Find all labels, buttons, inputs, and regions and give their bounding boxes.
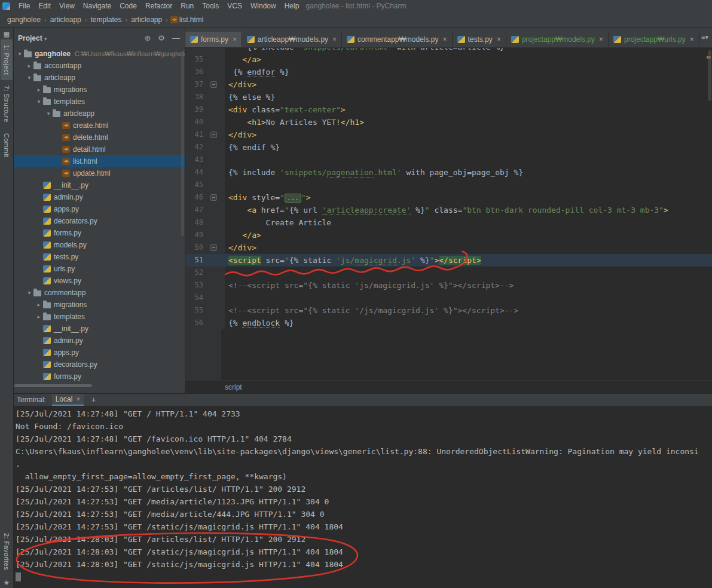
hide-panel-icon[interactable]: —	[172, 33, 180, 42]
editor-tab-articleapp-models-py[interactable]: articleapp₩models.py×	[242, 32, 342, 47]
code-line-48[interactable]: 48 Create Article	[185, 216, 712, 229]
breadcrumb-item-articleapp[interactable]: articleapp	[130, 16, 163, 24]
tree-item-commentapp[interactable]: ▾commentapp	[13, 287, 185, 299]
code-line-50[interactable]: 50−</div>	[185, 241, 712, 254]
settings-icon[interactable]: ⚙	[158, 33, 165, 42]
code-line-52[interactable]: 52	[185, 267, 712, 279]
code-line-43[interactable]: 43	[185, 154, 712, 166]
code-line-34[interactable]: {% include 'snippets/card.html' with art…	[185, 48, 712, 53]
tree-item-admin-py[interactable]: admin.py	[13, 335, 185, 347]
editor-tab-forms-py[interactable]: forms.py×	[185, 32, 242, 47]
code-line-38[interactable]: 38{% else %}	[185, 91, 712, 103]
menu-run[interactable]: Run	[176, 0, 198, 12]
tree-item-accountapp[interactable]: ▸accountapp	[13, 60, 185, 72]
project-view-selector[interactable]: Project ▾	[18, 34, 47, 42]
tree-item-migrations[interactable]: ▸migrations	[13, 299, 185, 311]
tree-item-templates[interactable]: ▸templates	[13, 311, 185, 323]
menu-vcs[interactable]: VCS	[223, 0, 246, 12]
tree-item-create-html[interactable]: create.html	[13, 120, 185, 131]
code-line-42[interactable]: 42{% endif %}	[185, 141, 712, 154]
tree-item-delete-html[interactable]: delete.html	[13, 131, 185, 143]
tree-item-gangholee[interactable]: ▾gangholeeC:₩Users₩fkaus₩inflearn₩gangho…	[13, 48, 185, 60]
menu-file[interactable]: File	[14, 0, 34, 12]
breadcrumb-script-tag[interactable]: script	[225, 383, 242, 391]
breadcrumb-item-articleapp[interactable]: articleapp	[49, 16, 82, 24]
terminal-output[interactable]: [25/Jul/2021 14:27:48] "GET / HTTP/1.1" …	[13, 406, 712, 583]
breadcrumb-item-templates[interactable]: templates	[89, 16, 123, 24]
close-tab-icon[interactable]: ×	[233, 35, 237, 44]
locate-icon[interactable]: ⊕	[144, 33, 151, 42]
fold-icon[interactable]: −	[210, 81, 217, 88]
code-line-54[interactable]: 54	[185, 292, 712, 304]
tree-item-detail-html[interactable]: detail.html	[13, 143, 185, 155]
breadcrumb-item-list-html[interactable]: list.html	[178, 16, 205, 24]
hidden-tabs-dropdown-icon[interactable]: ≡▾	[701, 33, 708, 41]
close-tab-icon[interactable]: ×	[497, 35, 501, 44]
project-horizontal-scrollbar[interactable]	[13, 384, 184, 388]
tree-item-apps-py[interactable]: apps.py	[13, 347, 185, 359]
toolwindow-button-commit[interactable]: Commit	[1, 128, 13, 163]
chevron-collapsed-icon[interactable]: ▸	[35, 302, 43, 308]
chevron-expanded-icon[interactable]: ▾	[16, 51, 24, 57]
code-line-40[interactable]: 40 <h1>No Articles YET!</h1>	[185, 116, 712, 128]
code-line-56[interactable]: 56{% endblock %}	[185, 317, 712, 329]
chevron-collapsed-icon[interactable]: ▸	[35, 87, 43, 93]
tree-item-update-html[interactable]: update.html	[13, 167, 185, 179]
project-vertical-scrollbar[interactable]	[181, 51, 184, 236]
editor-scrollbar-thumb[interactable]	[708, 50, 711, 101]
fold-region[interactable]: −	[207, 241, 225, 254]
fold-icon[interactable]: −	[210, 131, 217, 138]
editor-tab-projectapp-urls-py[interactable]: projectapp₩urls.py×	[609, 32, 699, 47]
menu-navigate[interactable]: Navigate	[79, 0, 115, 12]
breadcrumb-item-gangholee[interactable]: gangholee	[6, 16, 42, 24]
code-line-39[interactable]: 39<div class="text-center">	[185, 103, 712, 116]
editor-code-area[interactable]: {% include 'snippets/card.html' with art…	[185, 48, 712, 380]
fold-icon[interactable]: −	[210, 244, 217, 251]
tree-item-forms-py[interactable]: forms.py	[13, 370, 185, 382]
menu-edit[interactable]: Edit	[34, 0, 55, 12]
code-line-51[interactable]: 51<script src="{% static 'js/magicgrid.j…	[185, 254, 712, 267]
code-line-36[interactable]: 36 {% endfor %}	[185, 66, 712, 78]
scrollbar-thumb[interactable]	[14, 384, 92, 387]
fold-region[interactable]: −	[207, 128, 225, 141]
close-icon[interactable]: ×	[76, 395, 80, 403]
menu-refactor[interactable]: Refactor	[141, 0, 176, 12]
code-line-53[interactable]: 53<!--<script src="{% static 'js/magicgr…	[185, 279, 712, 292]
terminal-prompt-line[interactable]	[16, 571, 712, 583]
code-line-44[interactable]: 44{% include 'snippets/pagenation.html' …	[185, 166, 712, 179]
code-line-55[interactable]: 55<!--<script src="{% static '/js/magicg…	[185, 304, 712, 317]
tree-item-decorators-py[interactable]: decorators.py	[13, 215, 185, 227]
menu-window[interactable]: Window	[246, 0, 280, 12]
menu-code[interactable]: Code	[115, 0, 141, 12]
fold-region[interactable]: −	[207, 78, 225, 91]
tree-item-init-py[interactable]: __init__.py	[13, 179, 185, 191]
tree-item-decorators-py[interactable]: decorators.py	[13, 359, 185, 370]
chevron-expanded-icon[interactable]: ▾	[25, 75, 33, 81]
editor-tab-projectapp-models-py[interactable]: projectapp₩models.py×	[506, 32, 609, 47]
editor-tab-tests-py[interactable]: tests.py×	[453, 32, 506, 47]
tree-item-migrations[interactable]: ▸migrations	[13, 84, 185, 96]
fold-icon[interactable]: −	[210, 194, 217, 201]
tree-item-templates[interactable]: ▾templates	[13, 96, 185, 108]
menu-help[interactable]: Help	[280, 0, 304, 12]
close-tab-icon[interactable]: ×	[443, 35, 447, 44]
tree-item-views-py[interactable]: views.py	[13, 275, 185, 287]
menu-view[interactable]: View	[55, 0, 79, 12]
tree-item-articleapp[interactable]: ▾articleapp	[13, 108, 185, 120]
close-tab-icon[interactable]: ×	[690, 35, 694, 44]
fold-region[interactable]: −	[207, 191, 225, 204]
tree-item-articleapp[interactable]: ▾articleapp	[13, 72, 185, 84]
editor-tab-commentapp-models-py[interactable]: commentapp₩models.py×	[342, 32, 452, 47]
menu-tools[interactable]: Tools	[198, 0, 223, 12]
tree-item-init-py[interactable]: __init__.py	[13, 323, 185, 335]
toolwindow-button-7-structure[interactable]: 7: Structure	[1, 80, 13, 128]
tree-item-apps-py[interactable]: apps.py	[13, 203, 185, 215]
close-tab-icon[interactable]: ×	[332, 35, 337, 44]
chevron-collapsed-icon[interactable]: ▸	[25, 63, 33, 69]
tree-item-urls-py[interactable]: urls.py	[13, 263, 185, 275]
code-line-49[interactable]: 49 </a>	[185, 229, 712, 241]
tree-item-forms-py[interactable]: forms.py	[13, 227, 185, 239]
tree-item-tests-py[interactable]: tests.py	[13, 251, 185, 263]
code-line-37[interactable]: 37−</div>	[185, 78, 712, 91]
code-line-41[interactable]: 41−</div>	[185, 128, 712, 141]
